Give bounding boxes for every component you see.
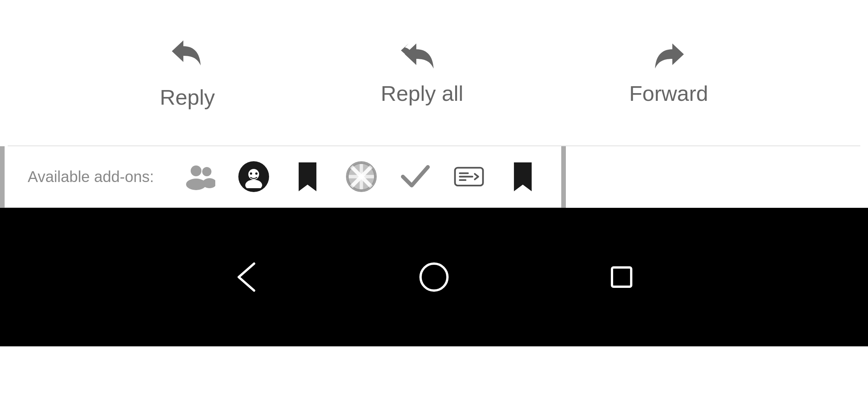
scroll-right-indicator[interactable] bbox=[561, 146, 566, 208]
reply-all-label: Reply all bbox=[381, 81, 463, 106]
svg-rect-19 bbox=[612, 267, 631, 287]
reply-all-button[interactable]: Reply all bbox=[358, 32, 486, 114]
svg-point-5 bbox=[245, 180, 262, 188]
svg-point-18 bbox=[421, 264, 447, 291]
forward-icon bbox=[651, 40, 686, 72]
bookmark1-addon-icon[interactable] bbox=[292, 161, 323, 192]
scroll-left-indicator[interactable] bbox=[0, 146, 5, 208]
nav-bar bbox=[0, 208, 868, 346]
home-button[interactable] bbox=[419, 262, 449, 292]
svg-point-2 bbox=[202, 167, 211, 176]
addons-label: Available add-ons: bbox=[28, 168, 154, 185]
forward-label: Forward bbox=[629, 81, 708, 106]
recents-button[interactable] bbox=[608, 264, 635, 291]
check-addon-icon[interactable] bbox=[400, 161, 431, 192]
svg-point-6 bbox=[250, 172, 252, 175]
people-addon-icon[interactable] bbox=[185, 161, 215, 192]
svg-point-7 bbox=[255, 172, 258, 175]
face-addon-icon[interactable] bbox=[238, 161, 269, 192]
back-button[interactable] bbox=[233, 262, 260, 292]
reply-label: Reply bbox=[160, 85, 215, 110]
svg-point-0 bbox=[191, 165, 201, 176]
reply-icon bbox=[170, 36, 205, 75]
bookmark2-addon-icon[interactable] bbox=[507, 161, 538, 192]
forward-button[interactable]: Forward bbox=[606, 32, 731, 114]
addons-bar: Available add-ons: bbox=[5, 146, 561, 208]
reply-button[interactable]: Reply bbox=[137, 28, 238, 117]
addons-wrapper: Available add-ons: bbox=[0, 146, 868, 208]
candy-addon-icon[interactable] bbox=[346, 161, 377, 192]
email-actions: Reply Reply all Forward bbox=[0, 0, 868, 145]
reply-all-icon bbox=[399, 40, 445, 72]
code-addon-icon[interactable] bbox=[454, 161, 484, 192]
